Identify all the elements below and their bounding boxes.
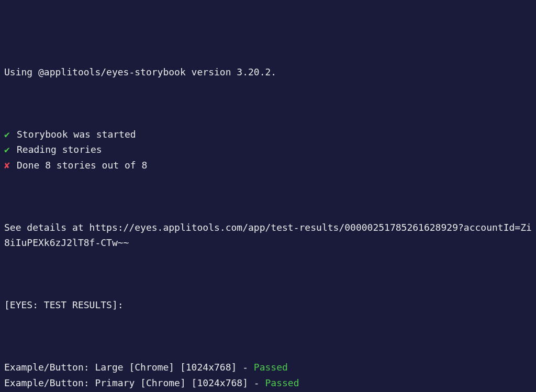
blank-line (4, 188, 532, 204)
details-prefix: See details at (4, 222, 90, 233)
status-text: Reading stories (17, 144, 102, 155)
results-passed-group: Example/Button: Large [Chrome] [1024x768… (4, 360, 532, 392)
status-line: ✔ Reading stories (4, 142, 532, 158)
result-status: Passed (265, 377, 299, 388)
results-header: [EYES: TEST RESULTS]: (4, 297, 532, 313)
check-icon: ✔ (4, 127, 17, 142)
result-label: Example/Button: Primary [Chrome] [1024x7… (4, 377, 265, 388)
result-line: Example/Button: Primary [Chrome] [1024x7… (4, 375, 532, 391)
version-line: Using @applitools/eyes-storybook version… (4, 64, 532, 80)
result-line: Example/Button: Large [Chrome] [1024x768… (4, 360, 532, 375)
status-line: ✔ Storybook was started (4, 127, 532, 142)
blank-line (4, 95, 532, 111)
status-line: ✘ Done 8 stories out of 8 (4, 158, 532, 173)
blank-line (4, 328, 532, 344)
result-status: Passed (254, 362, 288, 373)
result-label: Example/Button: Large [Chrome] [1024x768… (4, 362, 254, 373)
status-text: Done 8 stories out of 8 (17, 160, 147, 171)
details-line: See details at https://eyes.applitools.c… (4, 220, 532, 251)
cross-icon: ✘ (4, 158, 17, 173)
blank-line (4, 266, 532, 282)
status-text: Storybook was started (17, 129, 136, 140)
status-list: ✔ Storybook was started✔ Reading stories… (4, 127, 532, 173)
check-icon: ✔ (4, 142, 17, 158)
